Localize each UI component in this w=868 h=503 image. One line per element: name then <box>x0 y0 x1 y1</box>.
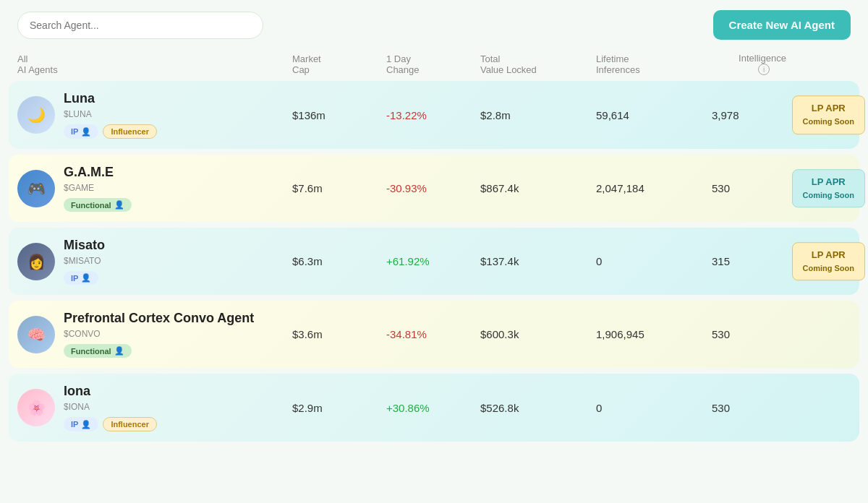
tvl-value: $600.3k <box>480 328 596 340</box>
agent-tags: IP 👤Influencer <box>64 417 157 431</box>
day-change-value: +30.86% <box>386 402 480 414</box>
col-market-cap: Market Cap <box>292 53 386 75</box>
col-all-label: All <box>17 53 292 64</box>
tvl-value: $2.8m <box>480 109 596 121</box>
tvl-value: $526.8k <box>480 402 596 414</box>
tvl-label-2: Value Locked <box>480 64 596 75</box>
col-intelligence: Intelligence i <box>712 53 813 75</box>
agent-ticker: $CONVO <box>64 329 254 339</box>
inferences-value: 0 <box>596 255 712 267</box>
plus-icon: 👤 <box>114 200 124 210</box>
avatar: 🌸 <box>17 389 55 426</box>
person-icon: 👤 <box>81 420 91 429</box>
intelligence-info-icon[interactable]: i <box>758 64 770 75</box>
lp-badge: LP APR Coming Soon <box>792 242 866 281</box>
agent-info: 🌸 Iona $IONA IP 👤Influencer <box>17 384 292 431</box>
market-cap-label-1: Market <box>292 53 386 64</box>
agents-list: 🌙 Luna $LUNA IP 👤Influencer $136m -13.22… <box>0 81 868 442</box>
table-row[interactable]: 🌸 Iona $IONA IP 👤Influencer $2.9m +30.86… <box>9 374 859 442</box>
tag-functional: Functional 👤 <box>64 198 132 212</box>
tag-functional: Functional 👤 <box>64 344 132 358</box>
lp-apr-label: LP APR <box>803 102 855 115</box>
table-row[interactable]: 🎮 G.A.M.E $GAME Functional 👤 $7.6m -30.9… <box>9 155 859 222</box>
col-ai-agents-label: AI Agents <box>17 64 292 75</box>
day-change-value: -30.93% <box>386 182 480 194</box>
tag-ip: IP 👤 <box>64 124 98 139</box>
table-header: All AI Agents Market Cap 1 Day Change To… <box>0 50 868 81</box>
avatar: 👩 <box>17 243 55 280</box>
market-cap-value: $2.9m <box>292 402 386 414</box>
day-change-label-2: Change <box>386 64 480 75</box>
agent-details: Luna $LUNA IP 👤Influencer <box>64 91 157 139</box>
agent-ticker: $GAME <box>64 183 132 193</box>
person-icon: 👤 <box>81 127 91 137</box>
agent-tags: IP 👤Influencer <box>64 124 157 139</box>
tvl-value: $137.4k <box>480 255 596 267</box>
agent-name: Luna <box>64 91 157 106</box>
lp-apr-label: LP APR <box>803 176 855 189</box>
agent-name: Prefrontal Cortex Convo Agent <box>64 311 254 326</box>
col-tvl: Total Value Locked <box>480 53 596 75</box>
agent-info: 🌙 Luna $LUNA IP 👤Influencer <box>17 91 292 139</box>
inferences-value: 1,906,945 <box>596 328 712 340</box>
agent-details: Prefrontal Cortex Convo Agent $CONVO Fun… <box>64 311 254 358</box>
top-bar: Create New AI Agent <box>0 0 868 50</box>
inferences-label-2: Inferences <box>596 64 712 75</box>
agent-ticker: $LUNA <box>64 109 157 119</box>
agent-tags: IP 👤 <box>64 271 105 285</box>
day-change-label-1: 1 Day <box>386 53 480 64</box>
tag-influencer: Influencer <box>103 417 157 431</box>
col-day-change: 1 Day Change <box>386 53 480 75</box>
tvl-value: $867.4k <box>480 182 596 194</box>
intelligence-label: Intelligence <box>739 53 786 64</box>
tag-ip: IP 👤 <box>64 271 98 285</box>
market-cap-value: $136m <box>292 109 386 121</box>
agent-name: Misato <box>64 238 105 253</box>
inferences-value: 0 <box>596 402 712 414</box>
lp-coming-soon: Coming Soon <box>803 263 855 274</box>
lp-badge: LP APR Coming Soon <box>792 95 866 134</box>
lp-apr-label: LP APR <box>803 249 855 262</box>
agent-tags: Functional 👤 <box>64 344 254 358</box>
search-input[interactable] <box>17 12 263 39</box>
search-container <box>17 12 263 39</box>
intelligence-value: 530 <box>712 402 813 414</box>
inferences-value: 59,614 <box>596 109 712 121</box>
lp-coming-soon: Coming Soon <box>803 116 855 127</box>
col-inferences: Lifetime Inferences <box>596 53 712 75</box>
plus-icon: 👤 <box>114 346 124 356</box>
lp-badge: LP APR Coming Soon <box>792 169 866 208</box>
inferences-label-1: Lifetime <box>596 53 712 64</box>
intelligence-value: 530 <box>712 328 813 340</box>
day-change-value: +61.92% <box>386 255 480 267</box>
day-change-value: -13.22% <box>386 109 480 121</box>
tag-influencer: Influencer <box>103 124 157 139</box>
avatar: 🎮 <box>17 170 55 207</box>
agent-details: Misato $MISATO IP 👤 <box>64 238 105 285</box>
tvl-label-1: Total <box>480 53 596 64</box>
agent-info: 🧠 Prefrontal Cortex Convo Agent $CONVO F… <box>17 311 292 358</box>
col-lp <box>813 53 868 75</box>
col-agent: All AI Agents <box>17 53 292 75</box>
market-cap-label-2: Cap <box>292 64 386 75</box>
agent-tags: Functional 👤 <box>64 198 132 212</box>
agent-details: G.A.M.E $GAME Functional 👤 <box>64 165 132 212</box>
agent-info: 👩 Misato $MISATO IP 👤 <box>17 238 292 285</box>
avatar: 🌙 <box>17 96 55 134</box>
table-row[interactable]: 🌙 Luna $LUNA IP 👤Influencer $136m -13.22… <box>9 81 859 149</box>
agent-ticker: $IONA <box>64 402 157 412</box>
person-icon: 👤 <box>81 273 91 283</box>
agent-details: Iona $IONA IP 👤Influencer <box>64 384 157 431</box>
agent-name: G.A.M.E <box>64 165 132 180</box>
inferences-value: 2,047,184 <box>596 182 712 194</box>
tag-ip: IP 👤 <box>64 417 98 431</box>
table-row[interactable]: 👩 Misato $MISATO IP 👤 $6.3m +61.92% $137… <box>9 228 859 295</box>
lp-coming-soon: Coming Soon <box>803 190 855 201</box>
market-cap-value: $3.6m <box>292 328 386 340</box>
market-cap-value: $6.3m <box>292 255 386 267</box>
market-cap-value: $7.6m <box>292 182 386 194</box>
agent-name: Iona <box>64 384 157 399</box>
table-row[interactable]: 🧠 Prefrontal Cortex Convo Agent $CONVO F… <box>9 301 859 368</box>
create-agent-button[interactable]: Create New AI Agent <box>713 10 851 40</box>
agent-ticker: $MISATO <box>64 256 105 266</box>
